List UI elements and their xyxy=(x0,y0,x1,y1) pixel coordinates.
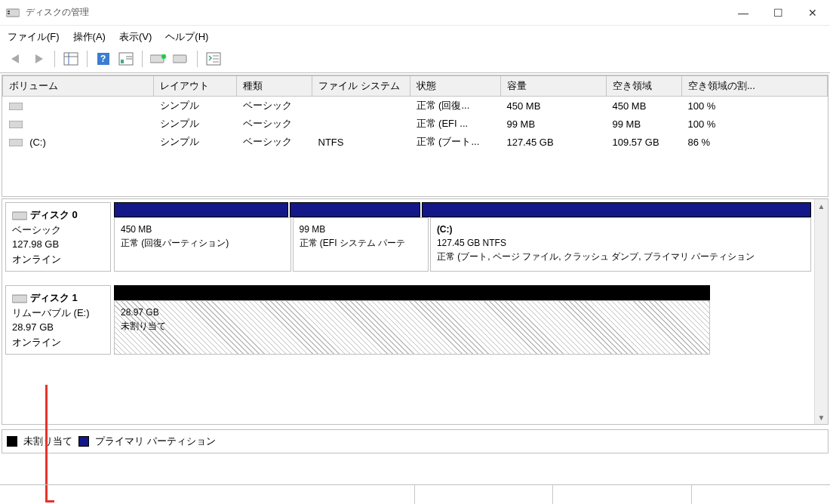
svg-rect-3 xyxy=(64,53,78,65)
partition-unallocated[interactable]: 28.97 GB 未割り当て xyxy=(114,300,710,355)
toolbar-disk2-icon[interactable] xyxy=(171,50,191,68)
disk-icon xyxy=(9,121,23,128)
partition-size: 99 MB xyxy=(300,223,422,236)
svg-text:?: ? xyxy=(100,54,106,64)
cell-status: 正常 (EFI ... xyxy=(410,115,501,133)
disk-icon xyxy=(9,139,23,146)
titlebar: ディスクの管理 — ☐ ✕ xyxy=(0,0,830,26)
disk-name: ディスク 0 xyxy=(30,209,78,220)
partition-header xyxy=(114,202,288,217)
cell-layout: シンプル xyxy=(154,115,237,133)
partition[interactable]: (C:) 127.45 GB NTFS 正常 (ブート, ページ ファイル, ク… xyxy=(430,217,811,272)
maximize-button[interactable]: ☐ xyxy=(761,2,795,24)
partition[interactable]: 450 MB 正常 (回復パーティション) xyxy=(114,217,291,272)
partition-header xyxy=(290,202,420,217)
cell-fs xyxy=(312,97,410,115)
cell-status: 正常 (回復... xyxy=(410,97,501,115)
disk-icon xyxy=(9,103,23,110)
legend-primary: プライマリ パーティション xyxy=(95,435,216,448)
close-button[interactable]: ✕ xyxy=(795,2,830,24)
toolbar-window-icon[interactable] xyxy=(116,50,136,68)
cell-layout: シンプル xyxy=(154,97,237,115)
legend-swatch-primary xyxy=(78,436,89,447)
cell-pct: 100 % xyxy=(682,97,828,115)
disk-type: リムーバブル (E:) xyxy=(12,306,104,321)
disk-type: ベーシック xyxy=(12,223,104,238)
col-volume[interactable]: ボリューム xyxy=(3,76,154,97)
partition[interactable]: 99 MB 正常 (EFI システム パーテ xyxy=(293,217,429,272)
cell-name: (C:) xyxy=(29,137,46,148)
svg-rect-2 xyxy=(8,13,10,14)
disk-graphical-view: ディスク 0 ベーシック 127.98 GB オンライン 450 MB 正常 (… xyxy=(2,198,828,425)
partition-header xyxy=(422,202,811,217)
svg-rect-22 xyxy=(12,212,27,220)
menu-help[interactable]: ヘルプ(H) xyxy=(165,30,208,44)
table-row[interactable]: (C:) シンプル ベーシック NTFS 正常 (ブート... 127.45 G… xyxy=(3,133,828,151)
disk-info[interactable]: ディスク 1 リムーバブル (E:) 28.97 GB オンライン xyxy=(5,285,111,355)
svg-point-13 xyxy=(161,54,166,59)
toolbar-grid-icon[interactable] xyxy=(61,50,81,68)
col-free[interactable]: 空き領域 xyxy=(607,76,682,97)
toolbar: ? xyxy=(0,48,830,73)
disk-row: ディスク 0 ベーシック 127.98 GB オンライン 450 MB 正常 (… xyxy=(2,199,814,275)
back-button[interactable] xyxy=(6,50,26,68)
disk-icon xyxy=(12,211,27,220)
app-icon xyxy=(6,8,20,18)
partition-title: (C:) xyxy=(437,223,804,236)
menubar: ファイル(F) 操作(A) 表示(V) ヘルプ(H) xyxy=(0,26,830,48)
col-status[interactable]: 状態 xyxy=(410,76,501,97)
cell-fs xyxy=(312,115,410,133)
col-capacity[interactable]: 容量 xyxy=(501,76,607,97)
forward-button[interactable] xyxy=(29,50,48,68)
svg-rect-9 xyxy=(121,60,124,63)
help-button[interactable]: ? xyxy=(94,50,113,68)
menu-view[interactable]: 表示(V) xyxy=(119,30,152,44)
minimize-button[interactable]: — xyxy=(726,2,761,24)
col-type[interactable]: 種類 xyxy=(237,76,312,97)
table-row[interactable]: シンプル ベーシック 正常 (回復... 450 MB 450 MB 100 % xyxy=(3,97,828,115)
svg-rect-19 xyxy=(9,103,23,110)
cell-type: ベーシック xyxy=(237,97,312,115)
disk-capacity: 127.98 GB xyxy=(12,237,104,252)
disk-capacity: 28.97 GB xyxy=(12,320,104,335)
cell-type: ベーシック xyxy=(237,133,312,151)
partition-size: 450 MB xyxy=(121,223,284,236)
menu-action[interactable]: 操作(A) xyxy=(73,30,106,44)
cell-capacity: 127.45 GB xyxy=(501,133,607,151)
svg-rect-21 xyxy=(9,139,23,146)
disk-state: オンライン xyxy=(12,252,104,267)
legend: 未割り当て プライマリ パーティション xyxy=(2,429,828,453)
scroll-down-icon[interactable]: ▼ xyxy=(815,410,828,424)
cell-type: ベーシック xyxy=(237,115,312,133)
menu-file[interactable]: ファイル(F) xyxy=(8,30,60,44)
cell-status: 正常 (ブート... xyxy=(410,133,501,151)
toolbar-list-icon[interactable] xyxy=(204,50,223,68)
disk-state: オンライン xyxy=(12,335,104,350)
table-row[interactable]: シンプル ベーシック 正常 (EFI ... 99 MB 99 MB 100 % xyxy=(3,115,828,133)
cell-free: 99 MB xyxy=(607,115,682,133)
col-pctfree[interactable]: 空き領域の割... xyxy=(682,76,828,97)
scrollbar[interactable]: ▲ ▼ xyxy=(814,199,828,424)
disk-info[interactable]: ディスク 0 ベーシック 127.98 GB オンライン xyxy=(5,202,111,272)
svg-rect-14 xyxy=(173,55,186,63)
partition-desc: 未割り当て xyxy=(121,319,703,333)
statusbar xyxy=(0,484,830,504)
scroll-up-icon[interactable]: ▲ xyxy=(815,199,828,213)
cell-free: 450 MB xyxy=(607,97,682,115)
partition-desc: 正常 (ブート, ページ ファイル, クラッシュ ダンプ, プライマリ パーティ… xyxy=(437,250,804,263)
window-title: ディスクの管理 xyxy=(26,6,726,19)
cell-capacity: 450 MB xyxy=(501,97,607,115)
svg-rect-20 xyxy=(9,121,23,128)
table-header-row: ボリューム レイアウト 種類 ファイル システム 状態 容量 空き領域 空き領域… xyxy=(3,76,828,97)
cell-capacity: 99 MB xyxy=(501,115,607,133)
volume-table: ボリューム レイアウト 種類 ファイル システム 状態 容量 空き領域 空き領域… xyxy=(2,75,828,197)
cell-free: 109.57 GB xyxy=(607,133,682,151)
svg-rect-23 xyxy=(12,295,27,303)
partition-size: 127.45 GB NTFS xyxy=(437,236,804,250)
col-layout[interactable]: レイアウト xyxy=(154,76,237,97)
col-filesystem[interactable]: ファイル システム xyxy=(312,76,410,97)
cell-pct: 100 % xyxy=(682,115,828,133)
disk-icon xyxy=(12,294,27,303)
disk-name: ディスク 1 xyxy=(30,292,78,303)
toolbar-disk-icon[interactable] xyxy=(149,50,168,68)
